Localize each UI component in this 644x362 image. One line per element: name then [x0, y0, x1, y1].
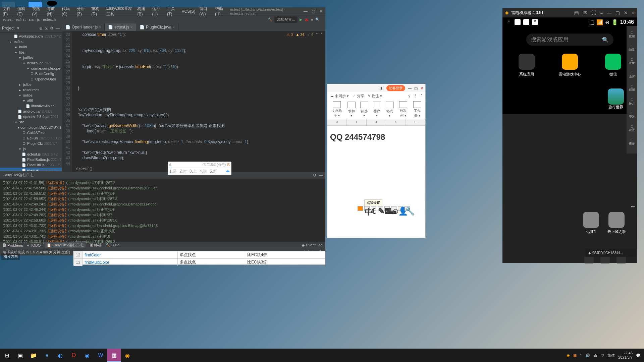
tree-item[interactable]: 📄opencv-4.3.0.jar2021	[0, 114, 62, 119]
close-icon[interactable]: ✕	[420, 86, 423, 90]
gear-icon[interactable]: ⚙	[50, 26, 54, 31]
mini-icon[interactable]: 🔧	[405, 206, 410, 211]
stop-icon[interactable]: ■	[311, 17, 313, 21]
minimize-icon[interactable]: —	[607, 10, 611, 15]
tree-item[interactable]: ▾js	[0, 146, 62, 152]
tray-icon[interactable]: ▦	[573, 353, 577, 358]
menu-view[interactable]: 视图(V)	[32, 6, 43, 16]
game-app[interactable]: 远征2	[582, 212, 600, 234]
menu-run[interactable]: 运行(U)	[152, 6, 163, 16]
back-arrow-icon[interactable]: ←	[630, 203, 636, 210]
column-header[interactable]: H	[327, 119, 347, 125]
share-button[interactable]: ↗ 分享	[352, 94, 364, 99]
tree-item[interactable]: ▾com.plugin.DqSvBXUYfT	[0, 125, 62, 130]
ime-popup[interactable]: s ⓘ 工具箱(分号) S 1.是2.时3.上4.说5.所◂▸	[168, 162, 231, 175]
column-header[interactable]: K	[386, 119, 406, 125]
expand-icon[interactable]: ⛶	[591, 10, 596, 15]
clock[interactable]: 22:46 2021/3/7	[618, 351, 633, 360]
gear-icon[interactable]: ⚙	[313, 173, 316, 177]
settings-tooltip[interactable]: 点我设置	[364, 199, 382, 206]
editor-tab[interactable]: 📄PluginClz.java×	[136, 23, 178, 31]
ie-icon[interactable]: e	[40, 349, 54, 362]
breadcrumb-item[interactable]: ectest.js	[43, 17, 56, 21]
ime-candidate[interactable]: 5.所	[210, 169, 217, 174]
tree-item[interactable]: 📄ectest.js2021/3/7 2	[0, 152, 62, 157]
ribbon-button[interactable]: 文档助手 ▾	[329, 101, 344, 119]
ribbon-button[interactable]: 格式 ▾	[384, 101, 395, 118]
tab-terminal[interactable]: ▣ 终端	[90, 243, 102, 248]
sidebar-button[interactable]: ▢截图	[627, 82, 637, 94]
gamepad-icon[interactable]: 🎮	[574, 10, 579, 15]
menu-tools[interactable]: 工具(T)	[167, 6, 178, 16]
tab-todo[interactable]: ≡ TODO	[27, 243, 41, 247]
tree-item[interactable]: CCallJSTest	[0, 130, 62, 135]
tree-item[interactable]: COpencvOper	[0, 76, 62, 82]
mini-icon[interactable]: ✎	[378, 206, 383, 211]
breadcrumb-item[interactable]: src	[29, 17, 34, 21]
more-icon[interactable]: ⋮	[414, 94, 417, 98]
project-label[interactable]: Project	[2, 26, 14, 31]
network-icon[interactable]: 🖧	[593, 353, 597, 357]
maximize-icon[interactable]: ▢	[615, 10, 620, 15]
tree-item[interactable]: ▾newlib.jar2021	[0, 60, 62, 66]
ribbon-button[interactable]: 求和 ▾	[346, 101, 357, 118]
explorer-icon[interactable]: 📁	[27, 349, 40, 362]
volume-icon[interactable]: 🔊	[585, 353, 590, 358]
run-config-selector[interactable]: 添加配置...	[274, 16, 298, 23]
tree-item[interactable]: ▾x86	[0, 98, 62, 103]
tab-easyclick-log[interactable]: 📋 EasyClick运行日志	[45, 242, 85, 248]
tree-item[interactable]: ▸ecfirst	[0, 39, 62, 44]
mini-icon[interactable]: ☺	[391, 206, 396, 211]
target-icon[interactable]: ⊕	[39, 26, 43, 31]
debug-icon[interactable]: 🐞	[304, 17, 309, 22]
nav-back[interactable]	[584, 257, 594, 263]
menu-code[interactable]: 代码(C)	[62, 6, 73, 16]
event-log[interactable]: ◉ Event Log	[302, 243, 323, 247]
breadcrumb-item[interactable]: ecfirst	[16, 17, 25, 21]
sidebar-button[interactable]: ▢按键	[627, 29, 637, 40]
editor-tab[interactable]: 📄OperHander.js×	[62, 23, 105, 31]
notifications-icon[interactable]: 💬	[636, 353, 641, 358]
sidebar-button[interactable]: ▢多开	[627, 96, 637, 107]
minimize-icon[interactable]: —	[408, 86, 412, 90]
hammer-icon[interactable]: 🔨	[268, 17, 272, 22]
sidebar-button[interactable]: ▢安装	[627, 109, 637, 121]
ime-candidate[interactable]: 1.是	[169, 169, 177, 174]
lang-indicator[interactable]: 简体	[607, 353, 615, 358]
tree-item[interactable]: 📄FloatUtil.js2020/11/5	[0, 162, 62, 168]
shield-icon[interactable]: 🛡	[600, 353, 604, 357]
emulator-taskbar-icon[interactable]: ◉	[121, 349, 134, 362]
menu-window[interactable]: 窗口(W)	[199, 6, 211, 16]
menu-file[interactable]: 文件(F)	[3, 6, 13, 16]
close-icon[interactable]: ×	[99, 25, 101, 29]
column-header[interactable]: L	[406, 119, 425, 125]
tree-item[interactable]: ▾solibs	[0, 93, 62, 98]
app-travel[interactable]: 旅行世界	[608, 88, 624, 110]
ide-icon[interactable]: ▦	[107, 349, 121, 362]
tray-chevron-icon[interactable]: ˄	[580, 353, 582, 358]
code-editor[interactable]: ⚠ 3 ▲ 26 ✓ 6 ˄ ˅ 20212223242526272829303…	[62, 31, 325, 172]
column-header[interactable]: I	[347, 119, 366, 125]
maximize-icon[interactable]: ▢	[414, 86, 418, 90]
menu-help[interactable]: 帮助(H)	[215, 6, 226, 16]
play-icon[interactable]: ▶	[300, 17, 302, 22]
mini-icon[interactable]: 中	[364, 206, 370, 211]
app-icon[interactable]: 雷电游戏中心	[559, 54, 581, 77]
maximize-icon[interactable]: ▢	[312, 9, 315, 14]
breadcrumb-item[interactable]: ectest	[3, 17, 12, 21]
sidebar-button[interactable]: ▢加量	[627, 42, 637, 54]
chevrons-icon[interactable]: «	[632, 10, 635, 15]
hide-icon[interactable]: —	[56, 26, 60, 31]
sidebar-button[interactable]: ▢全屏	[627, 69, 637, 80]
collapse-icon[interactable]: ⇲	[45, 26, 48, 31]
mini-icon[interactable]: ⌨	[384, 206, 390, 211]
tray-icon[interactable]: ◉	[567, 353, 570, 358]
ribbon-button[interactable]: 工作表 ▾	[411, 101, 423, 119]
app-icon[interactable]: 系统应用	[519, 54, 535, 77]
tree-item[interactable]: ▾src	[0, 119, 62, 125]
menu-icon[interactable]: ≡	[600, 10, 603, 15]
tree-item[interactable]: CPluginClz2021/3/7	[0, 141, 62, 146]
chevron-up-icon[interactable]: ˄	[316, 33, 318, 37]
tree-item[interactable]: CEcFun2021/3/7 13:26	[0, 135, 62, 141]
tree-item[interactable]: 📄libnative-lib.so	[0, 103, 62, 109]
